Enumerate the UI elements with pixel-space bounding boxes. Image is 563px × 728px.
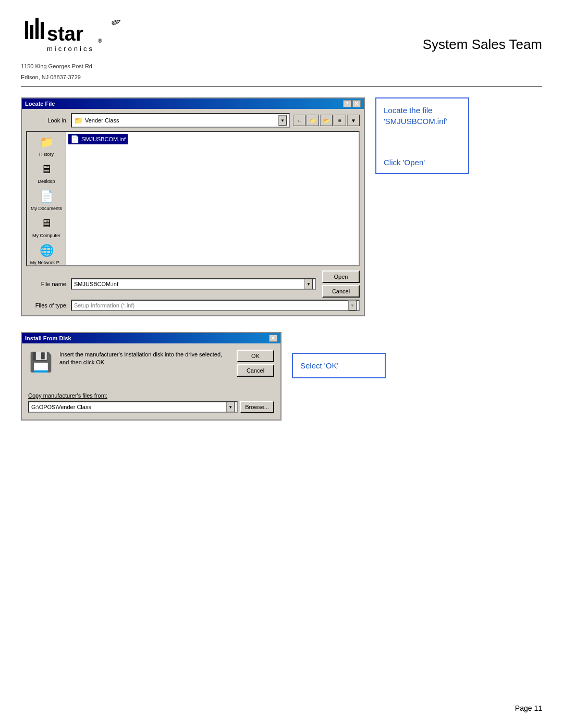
- titlebar-buttons: ? ✕: [343, 100, 361, 107]
- svg-text:✏: ✏: [109, 16, 123, 30]
- look-in-dropdown[interactable]: 📁 Vender Class ▼: [71, 113, 290, 128]
- sidebar-history[interactable]: 📁 History: [29, 134, 64, 157]
- page-number: Page 11: [515, 704, 542, 712]
- network-icon: 🌐: [38, 242, 55, 259]
- copy-label: Copy manufacturer's files from:: [28, 392, 274, 399]
- sidebar-mydocs[interactable]: 📄 My Documents: [29, 188, 64, 211]
- address-line2: Edison, NJ 08837-3729: [21, 73, 136, 82]
- filename-row: File name: SMJUSBCOM.inf ▼ Open Cancel: [26, 270, 360, 298]
- browse-button[interactable]: Browse...: [240, 401, 274, 413]
- svg-text:star: star: [47, 23, 83, 45]
- desktop-icon: 🖥: [38, 161, 55, 178]
- system-sales-team-title: System Sales Team: [423, 36, 542, 53]
- toolbar-buttons: ← 📁 📂 ≡ ▼: [293, 115, 360, 126]
- ok-button[interactable]: OK: [237, 350, 274, 362]
- up-button[interactable]: 📁: [307, 115, 319, 126]
- install-titlebar: Install From Disk ✕: [22, 333, 280, 343]
- install-body: 💾 Insert the manufacturer's installation…: [22, 343, 280, 419]
- file-name-value: SMJUSBCOM.inf: [74, 281, 118, 287]
- file-sidebar: 📁 History 🖥 Desktop 📄 My Documents 🖥 My …: [27, 132, 66, 265]
- look-in-arrow[interactable]: ▼: [278, 115, 287, 126]
- install-top-row: 💾 Insert the manufacturer's installation…: [28, 350, 274, 377]
- locate-file-body: Look in: 📁 Vender Class ▼ ← 📁 📂 ≡ ▼: [22, 109, 364, 315]
- history-label: History: [39, 152, 54, 157]
- inf-file-icon: 📄: [70, 135, 79, 143]
- install-action-buttons: OK Cancel: [237, 350, 274, 377]
- file-form: File name: SMJUSBCOM.inf ▼ Open Cancel F…: [26, 270, 360, 311]
- copy-path-value: G:\OPOS\Vender Class: [31, 404, 91, 410]
- logo-section: star ✏ ® micronics 1150 King Georges Pos…: [21, 16, 136, 81]
- look-in-row: Look in: 📁 Vender Class ▼ ← 📁 📂 ≡ ▼: [26, 113, 360, 128]
- mycomputer-icon: 🖥: [38, 215, 55, 232]
- back-button[interactable]: ←: [293, 115, 305, 126]
- copy-row: Copy manufacturer's files from: G:\OPOS\…: [28, 392, 274, 413]
- sidebar-network[interactable]: 🌐 My Network P...: [29, 242, 64, 265]
- locate-file-title: Locate File: [25, 101, 55, 107]
- look-in-value: Vender Class: [85, 117, 276, 124]
- disk-drive-icon: 💾: [28, 350, 53, 375]
- desktop-label: Desktop: [38, 179, 55, 184]
- help-button[interactable]: ?: [343, 100, 351, 107]
- history-icon: 📁: [38, 134, 55, 151]
- mycomputer-label: My Computer: [32, 233, 60, 238]
- install-close-button[interactable]: ✕: [269, 335, 277, 342]
- files-of-type-input[interactable]: Setup Information (*.inf) ▼: [71, 300, 360, 311]
- filetype-row: Files of type: Setup Information (*.inf)…: [26, 300, 360, 311]
- mydocs-icon: 📄: [38, 188, 55, 205]
- copy-path-input[interactable]: G:\OPOS\Vender Class ▼: [28, 401, 238, 413]
- copy-path-arrow[interactable]: ▼: [226, 402, 235, 412]
- file-name-label: File name:: [26, 281, 68, 287]
- page-header: star ✏ ® micronics 1150 King Georges Pos…: [21, 16, 542, 81]
- new-folder-button[interactable]: 📂: [320, 115, 333, 126]
- files-of-type-value: Setup Information (*.inf): [74, 302, 134, 309]
- annotation-locate-file: Locate the file 'SMJUSBCOM.inf' Click 'O…: [375, 97, 469, 174]
- file-browser: 📁 History 🖥 Desktop 📄 My Documents 🖥 My …: [26, 131, 360, 266]
- close-button[interactable]: ✕: [352, 100, 361, 107]
- view-button2[interactable]: ▼: [347, 115, 360, 126]
- locate-file-section: Locate File ? ✕ Look in: 📁 Vender Class …: [21, 97, 542, 316]
- svg-text:®: ®: [98, 38, 102, 44]
- copy-input-row: G:\OPOS\Vender Class ▼ Browse...: [28, 401, 274, 413]
- network-label: My Network P...: [30, 260, 63, 265]
- locate-file-dialog: Locate File ? ✕ Look in: 📁 Vender Class …: [21, 97, 365, 316]
- file-item-name: SMJUSBCOM.inf: [81, 136, 126, 142]
- install-title-buttons: ✕: [269, 335, 277, 342]
- svg-rect-2: [35, 18, 39, 39]
- star-micronics-logo: star ✏ ® micronics: [21, 16, 136, 60]
- annotation-locate-line2: 'SMJUSBCOM.inf': [384, 117, 447, 126]
- install-from-disk-section: Install From Disk ✕ 💾 Insert the manufac…: [21, 332, 542, 421]
- form-buttons: Open Cancel: [322, 270, 360, 298]
- open-button[interactable]: Open: [322, 270, 360, 283]
- filetype-arrow[interactable]: ▼: [348, 300, 357, 311]
- file-name-input[interactable]: SMJUSBCOM.inf ▼: [71, 278, 316, 290]
- file-list: 📄 SMJUSBCOM.inf: [66, 132, 359, 265]
- annotation-select-ok: Select 'OK': [292, 353, 386, 378]
- mydocs-label: My Documents: [31, 206, 62, 211]
- files-of-type-label: Files of type:: [26, 302, 68, 309]
- annotation-click-open: Click 'Open': [384, 158, 461, 167]
- sidebar-mycomputer[interactable]: 🖥 My Computer: [29, 215, 64, 238]
- install-from-disk-dialog: Install From Disk ✕ 💾 Insert the manufac…: [21, 332, 282, 421]
- annotation-ok-text: Select 'OK': [300, 361, 338, 370]
- look-in-label: Look in:: [26, 117, 68, 124]
- annotation-locate-line1: Locate the file: [384, 106, 432, 115]
- address-line1: 1150 King Georges Post Rd.: [21, 62, 136, 71]
- svg-text:micronics: micronics: [47, 45, 94, 53]
- header-divider: [21, 87, 542, 87]
- cancel-button[interactable]: Cancel: [322, 285, 360, 298]
- svg-rect-1: [30, 25, 33, 39]
- sidebar-desktop[interactable]: 🖥 Desktop: [29, 161, 64, 184]
- svg-rect-0: [25, 21, 28, 39]
- svg-rect-3: [41, 22, 44, 39]
- file-item-smjusbcom[interactable]: 📄 SMJUSBCOM.inf: [68, 134, 128, 144]
- cancel-button-install[interactable]: Cancel: [237, 364, 274, 377]
- locate-file-titlebar: Locate File ? ✕: [22, 98, 364, 109]
- filename-arrow[interactable]: ▼: [304, 279, 313, 289]
- install-message: Insert the manufacturer's installation d…: [59, 350, 230, 367]
- install-title: Install From Disk: [25, 335, 71, 341]
- view-button[interactable]: ≡: [334, 115, 346, 126]
